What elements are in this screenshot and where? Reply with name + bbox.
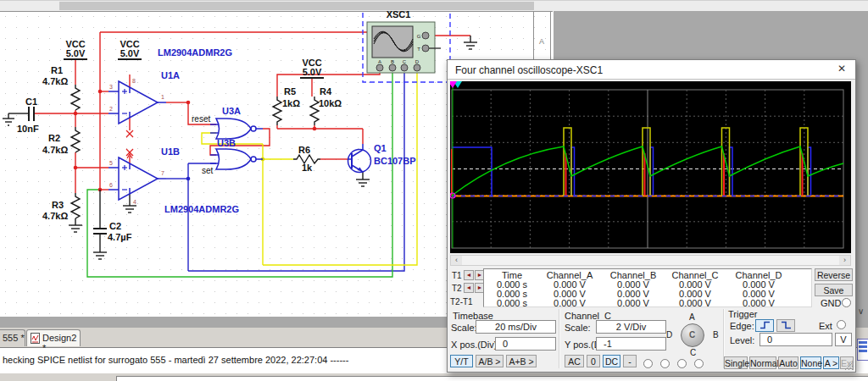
save-button[interactable]: Save — [815, 284, 853, 296]
svg-text:U1B: U1B — [161, 146, 180, 157]
ypos-input[interactable]: -1 — [596, 337, 666, 351]
rising-edge-button[interactable] — [755, 319, 774, 332]
knob-center-label: C — [689, 330, 695, 340]
normal-button[interactable]: Normal — [749, 356, 776, 369]
svg-text:8: 8 — [132, 78, 136, 84]
svg-text:U3B: U3B — [217, 138, 236, 148]
falling-edge-button[interactable] — [776, 319, 795, 332]
zero-button[interactable]: 0 — [587, 355, 600, 367]
channel-c-radio[interactable] — [677, 359, 687, 368]
svg-text:4.7kΩ: 4.7kΩ — [42, 76, 68, 86]
trace-channel-b-blue — [452, 147, 811, 196]
level-label: Level: — [730, 335, 754, 345]
oscilloscope-window: Four channel oscilloscope-XSC1 ✕ — [447, 59, 856, 373]
svg-text:BC107BP: BC107BP — [374, 156, 416, 166]
results-pane-edge — [116, 376, 868, 381]
bottom-panel-edge — [0, 373, 868, 381]
dt-b: 0.000 V — [617, 298, 649, 308]
scope-grid — [452, 90, 843, 248]
svg-text:Q1: Q1 — [374, 143, 387, 153]
channel-select-knob[interactable]: C — [681, 323, 704, 347]
svg-text:R4: R4 — [320, 86, 332, 97]
ext-trigger-radio[interactable] — [837, 320, 846, 329]
channel-scale-input[interactable]: 2 V/Div — [596, 320, 666, 334]
trigger-a-button[interactable]: A > — [823, 356, 839, 369]
svg-text:G: G — [417, 34, 421, 39]
dt-time: 0.000 s — [497, 298, 527, 308]
xpos-input[interactable]: 0 — [495, 337, 556, 351]
nor-gate-u3a[interactable] — [210, 119, 263, 139]
svg-text:4.7µF: 4.7µF — [108, 232, 132, 242]
svg-text:R3: R3 — [52, 200, 64, 210]
level-input[interactable]: 0 — [760, 333, 832, 346]
falling-edge-icon — [781, 321, 792, 329]
ext-label: Ext — [819, 321, 832, 331]
readout-table: Time Channel_A Channel_B Channel_C Chann… — [483, 268, 812, 307]
svg-text:B: B — [391, 59, 394, 64]
dt-c: 0.000 V — [679, 298, 711, 308]
reverse-button[interactable]: Reverse — [815, 268, 853, 281]
svg-text:5.0V: 5.0V — [303, 67, 322, 77]
tab-555[interactable]: 555 * — [0, 329, 25, 346]
ac-button[interactable]: AC — [565, 355, 584, 367]
cursor-dt-label: T2-T1 — [450, 297, 473, 306]
svg-text:set: set — [202, 166, 214, 175]
workspace-scrollbar[interactable] — [0, 0, 868, 11]
knob-c-label: C — [690, 348, 696, 357]
opamp-u1b[interactable] — [108, 157, 166, 200]
tab-555-label: 555 * — [3, 333, 25, 343]
dc-button[interactable]: DC — [603, 355, 620, 367]
apb-button[interactable]: A+B > — [506, 355, 537, 367]
gnd-label: GND — [821, 298, 841, 308]
transistor-q1[interactable] — [348, 144, 371, 173]
opamp-u1a[interactable] — [108, 81, 166, 124]
svg-text:U3A: U3A — [222, 106, 241, 116]
ab-button[interactable]: A/B > — [476, 355, 504, 367]
svg-text:T: T — [417, 47, 420, 52]
svg-text:A: A — [378, 59, 381, 64]
t2-left-button[interactable]: ◄ — [464, 283, 474, 293]
knob-b-label: B — [713, 330, 719, 340]
nor-gate-u3b[interactable] — [210, 149, 263, 169]
svg-text:5.0V: 5.0V — [66, 48, 86, 58]
knob-d-label: D — [666, 330, 672, 340]
xpos-label: X pos.(Div): — [451, 340, 499, 350]
t1-left-button[interactable]: ◄ — [464, 270, 474, 280]
close-icon[interactable]: ✕ — [835, 63, 849, 76]
window-title-bar[interactable]: Four channel oscilloscope-XSC1 ✕ — [448, 60, 855, 80]
channel-d-radio[interactable] — [694, 359, 704, 368]
single-button[interactable]: Single — [724, 356, 748, 369]
minus-button[interactable]: - — [623, 355, 637, 367]
svg-text:R2: R2 — [48, 133, 60, 143]
workspace-scrollbar-thumb[interactable] — [59, 2, 534, 10]
yt-button[interactable]: Y/T — [450, 355, 473, 367]
side-toolbar-icon[interactable] — [857, 339, 868, 361]
svg-text:R6: R6 — [298, 145, 310, 155]
erc-markers — [126, 130, 133, 156]
trigger-title: Trigger — [728, 309, 757, 319]
svg-text:C: C — [403, 59, 407, 64]
channel-a-radio[interactable] — [643, 359, 653, 368]
trace-channel-a-red — [452, 149, 803, 196]
svg-text:LM2904ADMR2G: LM2904ADMR2G — [164, 204, 239, 214]
resize-grip[interactable] — [845, 362, 854, 370]
gnd-radio[interactable] — [842, 298, 851, 307]
svg-text:reset: reset — [192, 114, 210, 124]
scroll-left-icon[interactable]: ‹ — [451, 256, 462, 265]
junction-dots — [74, 90, 317, 192]
auto-button[interactable]: Auto — [778, 356, 798, 369]
svg-text:5.0V: 5.0V — [120, 48, 140, 58]
channel-b-radio[interactable] — [660, 359, 670, 368]
svg-text:C2: C2 — [109, 221, 121, 231]
chevron-down-icon[interactable]: ∨ — [858, 306, 864, 316]
none-button[interactable]: None — [800, 356, 821, 369]
window-title: Four channel oscilloscope-XSC1 — [455, 64, 603, 76]
timebase-scale-input[interactable]: 20 ms/Div — [476, 320, 556, 334]
edge-label: Edge: — [730, 321, 754, 331]
svg-text:R5: R5 — [284, 86, 296, 97]
tab-design2[interactable]: Design2 * — [26, 329, 81, 346]
level-unit-box: V — [835, 333, 852, 346]
scope-hscrollbar[interactable]: ‹ › — [450, 255, 851, 266]
scroll-right-icon[interactable]: › — [839, 256, 850, 265]
svg-text:7: 7 — [161, 170, 164, 176]
